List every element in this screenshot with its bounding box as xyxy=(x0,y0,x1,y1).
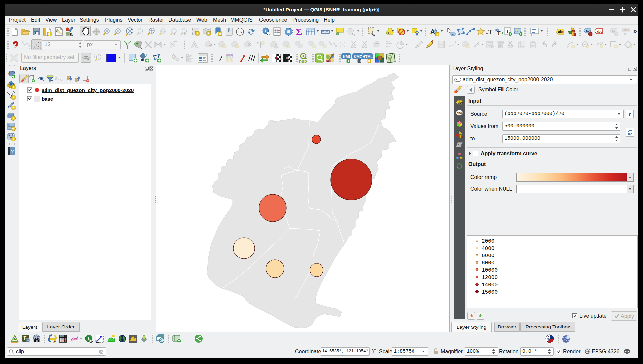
svg-text:ab: ab xyxy=(451,33,454,36)
svg-text:10000: 10000 xyxy=(482,267,498,273)
svg-text:ε: ε xyxy=(388,30,390,35)
svg-text:14000: 14000 xyxy=(482,282,498,288)
svg-text:15000: 15000 xyxy=(482,289,498,295)
svg-text:abc: abc xyxy=(597,29,603,33)
svg-text:KML: KML xyxy=(343,55,351,59)
svg-text:abc: abc xyxy=(458,101,463,104)
svg-text:HTML: HTML xyxy=(363,55,373,59)
svg-text:abc: abc xyxy=(457,111,462,115)
svg-text:P: P xyxy=(546,337,549,341)
svg-text:A: A xyxy=(430,28,435,35)
svg-text:2000: 2000 xyxy=(482,238,494,244)
svg-text:ab: ab xyxy=(586,29,590,32)
svg-text:8000: 8000 xyxy=(482,260,494,266)
svg-text:KMZ: KMZ xyxy=(354,55,362,59)
svg-text:4000: 4000 xyxy=(482,246,494,252)
svg-text:i: i xyxy=(265,28,266,33)
svg-text:6000: 6000 xyxy=(482,253,494,259)
svg-text:abc: abc xyxy=(558,30,564,34)
svg-text:a: a xyxy=(70,31,73,36)
svg-text:adm_dist_quezon_city_pop2000-2: adm_dist_quezon_city_pop2000-2020 xyxy=(42,87,134,93)
svg-text:hub: hub xyxy=(299,59,307,63)
svg-text:base: base xyxy=(42,96,53,102)
svg-text:T: T xyxy=(497,30,501,36)
svg-text:?: ? xyxy=(11,148,14,154)
svg-text:12000: 12000 xyxy=(482,275,498,281)
svg-text:1:1: 1:1 xyxy=(161,29,165,32)
svg-text:Σ: Σ xyxy=(296,27,302,36)
svg-text:ab: ab xyxy=(612,29,616,32)
svg-text:abc: abc xyxy=(623,28,629,32)
svg-text:ε: ε xyxy=(55,76,57,81)
